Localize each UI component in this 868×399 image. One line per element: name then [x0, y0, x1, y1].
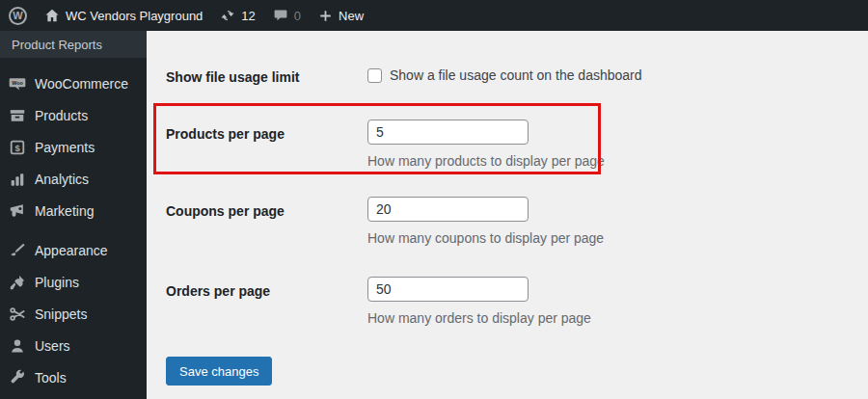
woocommerce-icon: Woo — [8, 74, 27, 93]
sidebar-item-snippets[interactable]: Snippets — [0, 298, 147, 330]
file-usage-checkbox[interactable] — [367, 68, 382, 83]
sidebar-item-marketing[interactable]: Marketing — [0, 195, 147, 226]
sidebar-item-plugins[interactable]: Plugins — [0, 266, 147, 298]
sidebar-submenu-product-reports[interactable]: Product Reports — [0, 31, 147, 58]
sidebar-item-woocommerce[interactable]: Woo WooCommerce — [0, 67, 147, 99]
home-icon — [44, 8, 60, 23]
sidebar-item-tools[interactable]: Tools — [0, 361, 147, 393]
products-box-icon — [8, 106, 27, 125]
orders-per-page-input[interactable] — [367, 277, 529, 302]
new-label: New — [339, 9, 364, 23]
wordpress-logo-icon: W — [9, 7, 27, 25]
setting-help-text: How many coupons to display per page — [367, 228, 604, 248]
menu-label: Snippets — [35, 306, 87, 322]
setting-label: Orders per page — [166, 281, 359, 301]
menu-label: Products — [35, 108, 88, 123]
menu-label: Payments — [35, 140, 95, 155]
marketing-megaphone-icon — [8, 201, 27, 221]
admin-menu: Woo WooCommerce Products — [0, 58, 147, 393]
submenu-label: Product Reports — [12, 38, 102, 52]
save-changes-button[interactable]: Save changes — [166, 357, 272, 386]
checkbox-label: Show a file usage count on the dashboard — [390, 66, 642, 85]
setting-help-text: How many products to display per page — [367, 151, 605, 171]
site-name-label: WC Vendors Playground — [66, 9, 203, 23]
sidebar-item-users[interactable]: Users — [0, 330, 147, 361]
comments-count: 0 — [294, 9, 301, 23]
new-content-menu[interactable]: New — [310, 0, 372, 31]
menu-label: Appearance — [35, 243, 108, 258]
svg-text:$: $ — [14, 142, 20, 152]
products-per-page-input[interactable] — [367, 120, 529, 145]
setting-help-text: How many orders to display per page — [367, 308, 591, 328]
menu-label: Marketing — [35, 203, 94, 219]
wordpress-menu[interactable]: W — [0, 0, 36, 31]
comments-indicator[interactable]: 0 — [264, 0, 310, 31]
plugins-plug-icon — [8, 273, 27, 292]
sidebar-item-products[interactable]: Products — [0, 99, 147, 131]
settings-panel: Show file usage limit Show a file usage … — [147, 31, 868, 399]
menu-label: Tools — [35, 370, 67, 386]
svg-text:Woo: Woo — [12, 80, 23, 86]
admin-sidebar: Product Reports Woo WooCommerce — [0, 31, 147, 399]
tools-wrench-icon — [8, 368, 27, 387]
setting-label: Coupons per page — [166, 201, 359, 221]
menu-separator — [0, 226, 147, 234]
wordpress-admin-screen: W WC Vendors Playground 12 0 — [0, 0, 868, 399]
menu-label: Plugins — [35, 275, 79, 290]
updates-indicator[interactable]: 12 — [211, 0, 263, 31]
menu-label: WooCommerce — [35, 76, 128, 92]
sidebar-item-appearance[interactable]: Appearance — [0, 234, 147, 266]
menu-label: Analytics — [35, 172, 89, 187]
sidebar-item-analytics[interactable]: Analytics — [0, 163, 147, 195]
coupons-per-page-input[interactable] — [367, 197, 529, 222]
snippets-scissors-icon — [8, 305, 27, 324]
site-name-menu[interactable]: WC Vendors Playground — [36, 0, 211, 31]
sidebar-item-payments[interactable]: $ Payments — [0, 131, 147, 163]
setting-label: Products per page — [166, 124, 359, 144]
plus-icon — [318, 9, 333, 23]
appearance-brush-icon — [8, 241, 27, 260]
updates-count: 12 — [241, 9, 255, 23]
admin-bar: W WC Vendors Playground 12 0 — [0, 0, 868, 31]
users-person-icon — [8, 336, 27, 356]
comment-icon — [273, 8, 288, 23]
menu-label: Users — [35, 338, 70, 354]
analytics-bar-chart-icon — [8, 170, 27, 189]
update-icon — [220, 8, 235, 23]
setting-label: Show file usage limit — [166, 67, 359, 87]
payments-icon: $ — [8, 138, 27, 157]
